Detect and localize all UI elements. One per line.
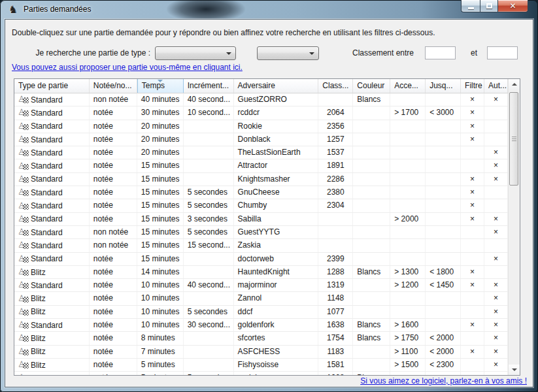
close-button[interactable]: ✕: [498, 0, 528, 12]
cell-adversaire: Fishysoisse: [234, 359, 319, 371]
column-header-type[interactable]: Type de partie: [14, 79, 90, 93]
cell-couleur: [353, 239, 390, 252]
titlebar[interactable]: ♞ Parties demandées ✕: [0, 0, 538, 20]
column-header-couleur[interactable]: Couleur: [353, 79, 390, 93]
cell-aut: [484, 239, 508, 252]
cell-jusq: [426, 93, 461, 106]
cell-filtre: [461, 253, 484, 265]
table-row[interactable]: ♙Standardnotée15 minutesAttractor1891×: [14, 159, 508, 172]
table-row[interactable]: ♙Standardnotée20 minutesDonblack1257×: [14, 133, 508, 146]
pawn-icon: ♙: [18, 254, 29, 264]
cell-filtre: ×: [461, 133, 484, 146]
pawn-icon: ♙: [18, 201, 29, 211]
cell-adversaire: Attractor: [234, 159, 319, 172]
column-header-filtre[interactable]: Filtre: [461, 79, 484, 93]
cell-classement: 2380: [318, 186, 353, 199]
table-row[interactable]: ♙Standardnotée15 minutes5 secondesGnuChe…: [14, 186, 508, 199]
cell-jusq: < 2000: [426, 332, 461, 344]
table-row[interactable]: ♙Standardnon notée15 minutes15 second...…: [14, 239, 508, 252]
table-row[interactable]: ♙Standardnotée30 minutes10 second...rcdd…: [14, 106, 508, 120]
cell-acce: [390, 306, 426, 318]
cell-increment: 40 second...: [184, 93, 234, 106]
cell-filtre: ×: [461, 279, 484, 291]
cell-jusq: [426, 226, 461, 238]
game-type-label: Standard: [31, 108, 63, 118]
cell-jusq: [426, 292, 461, 304]
game-type-label: Standard: [31, 254, 63, 263]
pawn-icon: ♙: [18, 267, 29, 277]
maximize-button[interactable]: [480, 0, 498, 12]
game-type-label: Standard: [31, 214, 63, 223]
cell-jusq: < 3000: [426, 106, 461, 119]
table-row[interactable]: ♙Standardnotée10 minutes40 second...majo…: [14, 279, 508, 292]
table-row[interactable]: ♙Standardnon notée40 minutes40 second...…: [14, 93, 508, 106]
cell-type: ♙Standard: [14, 279, 90, 291]
cell-temps: 14 minutes: [137, 266, 184, 278]
scroll-up-button[interactable]: [509, 79, 520, 90]
cell-classement: 2064: [318, 106, 353, 119]
vertical-scrollbar[interactable]: [508, 79, 520, 375]
column-header-acce[interactable]: Acce...: [390, 79, 426, 93]
minimize-button[interactable]: [461, 0, 480, 12]
pawn-icon: ♙: [18, 174, 29, 184]
table-row[interactable]: ♙Standardnotée15 minutesKnightsmasher228…: [14, 173, 508, 186]
column-header-temps[interactable]: Temps: [137, 79, 184, 93]
column-header-aut[interactable]: Aut...: [484, 79, 508, 93]
pawn-icon: ♙: [18, 360, 29, 370]
cell-classement: 1638: [318, 319, 353, 331]
cell-increment: 5 secondes: [184, 199, 234, 212]
game-type-dropdown[interactable]: [155, 46, 236, 60]
game-type-label: Blitz: [31, 268, 46, 277]
table-row[interactable]: ♙Standardnotée15 minutes3 secondesSabill…: [14, 213, 508, 226]
column-header-jusq[interactable]: Jusq...: [426, 79, 461, 93]
cell-jusq: [426, 306, 461, 318]
table-row[interactable]: ♙Blitznotée7 minutesASFCHESS1183> 1100< …: [14, 346, 508, 359]
cell-aut: ×: [484, 279, 508, 291]
cell-temps: 15 minutes: [137, 159, 184, 172]
cell-increment: [184, 133, 234, 146]
games-table: Type de partieNotée/no...TempsIncrément.…: [14, 78, 520, 376]
cell-type: ♙Standard: [14, 93, 90, 106]
cell-type: ♙Blitz: [14, 372, 90, 375]
propose-game-link[interactable]: Vous pouvez aussi proposer une partie vo…: [12, 63, 243, 72]
cell-type: ♙Standard: [14, 173, 90, 186]
table-row[interactable]: ♙Standardnotée15 minutesdoctorweb2399×: [14, 253, 508, 266]
column-header-classement[interactable]: Class...: [318, 79, 353, 93]
share-software-link[interactable]: Si vous aimez ce logiciel, parlez-en à v…: [360, 376, 527, 385]
cell-acce: > 1750: [390, 332, 426, 344]
cell-notee: notée: [90, 146, 137, 159]
cell-acce: [390, 146, 426, 159]
cell-acce: [390, 120, 426, 133]
cell-temps: 20 minutes: [137, 146, 184, 159]
cell-notee: notée: [90, 359, 137, 371]
table-row[interactable]: ♙Blitznotée14 minutesHauntedKnight1288Bl…: [14, 266, 508, 279]
table-row[interactable]: ♙Blitznotée10 minutes5 secondesddcf1077×: [14, 306, 508, 319]
scrollbar-thumb[interactable]: [509, 92, 518, 186]
scroll-down-button[interactable]: [509, 365, 520, 375]
table-row[interactable]: ♙Blitznotée5 minutes5 secondesnadakareem…: [14, 372, 508, 375]
cell-adversaire: rcddcr: [234, 106, 319, 119]
table-row[interactable]: ♙Standardnon notée15 minutes5 secondesGu…: [14, 226, 508, 239]
table-row[interactable]: ♙Standardnotée20 minutesTheLastSionEarth…: [14, 146, 508, 159]
rating-max-input[interactable]: [487, 46, 518, 59]
column-header-increment[interactable]: Incrément...: [184, 79, 234, 93]
table-row[interactable]: ♙Blitznotée10 minutesZannol1148×: [14, 292, 508, 305]
table-row[interactable]: ♙Standardnotée10 minutes30 second...gold…: [14, 319, 508, 332]
cell-acce: [390, 226, 426, 238]
table-row[interactable]: ♙Blitznotée5 minutesFishysoisse1581> 150…: [14, 359, 508, 372]
secondary-dropdown[interactable]: [257, 46, 319, 60]
cell-aut: ×: [484, 306, 508, 318]
table-row[interactable]: ♙Standardnotée20 minutesRookie2356×: [14, 120, 508, 133]
cell-increment: 5 secondes: [184, 306, 234, 318]
table-row[interactable]: ♙Standardnotée15 minutes5 secondesChumby…: [14, 199, 508, 212]
column-header-notee[interactable]: Notée/no...: [90, 79, 137, 93]
cell-filtre: [461, 332, 484, 344]
rating-min-input[interactable]: [425, 46, 456, 59]
cell-type: ♙Standard: [14, 159, 90, 172]
cell-acce: > 2000: [390, 213, 426, 225]
table-row[interactable]: ♙Blitznotée8 minutessfcortes1754Blancs> …: [14, 332, 508, 345]
cell-notee: notée: [90, 292, 137, 304]
column-header-adversaire[interactable]: Adversaire: [234, 79, 319, 93]
cell-couleur: Blancs: [353, 266, 390, 278]
triangle-down-icon: [512, 368, 517, 371]
